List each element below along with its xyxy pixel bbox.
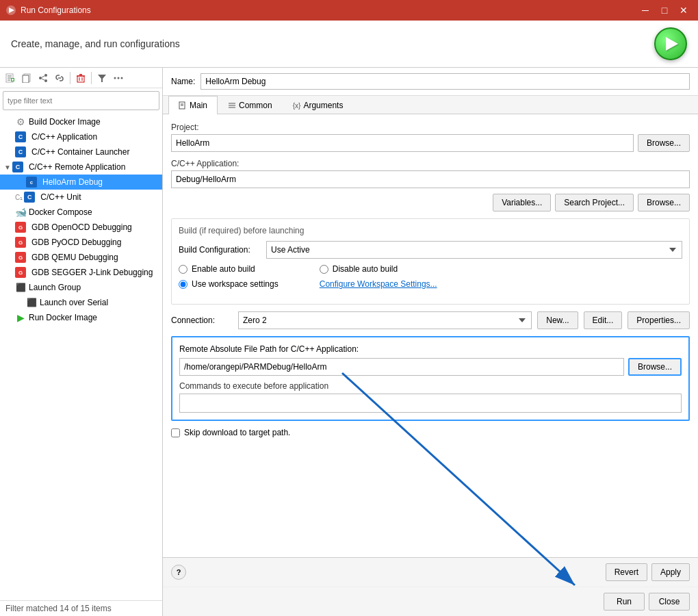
remote-path-input[interactable]	[179, 358, 624, 376]
build-config-select[interactable]: Use Active	[266, 241, 682, 259]
browse-cpp-button[interactable]: Browse...	[638, 194, 690, 211]
tab-main[interactable]: Main	[168, 96, 218, 114]
maximize-button[interactable]: □	[656, 3, 673, 18]
filter-button[interactable]	[94, 70, 109, 86]
svg-point-12	[39, 77, 42, 79]
project-row: Project: Browse...	[171, 123, 690, 152]
commands-label: Commands to execute before application	[179, 381, 682, 391]
link-button[interactable]	[52, 70, 67, 86]
close-window-button[interactable]: ✕	[675, 3, 693, 18]
help-button[interactable]: ?	[171, 565, 186, 580]
menu-button[interactable]	[111, 70, 126, 86]
tree-item-gdb-openocd[interactable]: G GDB OpenOCD Debugging	[0, 220, 162, 235]
tree-item-helloarm-debug[interactable]: c HelloArm Debug	[0, 175, 162, 190]
duplicate-button[interactable]	[19, 70, 34, 86]
gdb-icon-pyocd: G	[15, 237, 26, 248]
window-header: Create, manage, and run configurations	[0, 21, 698, 68]
run-triangle-icon	[666, 37, 678, 51]
arguments-tab-icon: {x}	[293, 102, 301, 110]
gdb-icon-qemu: G	[15, 252, 26, 263]
run-button[interactable]: Run	[604, 593, 645, 611]
connection-select[interactable]: Zero 2	[238, 311, 532, 329]
remote-path-row: Browse...	[179, 358, 682, 376]
search-project-button[interactable]: Search Project...	[555, 194, 634, 211]
tree-item-cpp-unit[interactable]: C₁ C C/C++ Unit	[0, 190, 162, 205]
tree-item-cpp-app[interactable]: C C/C++ Application	[0, 129, 162, 144]
sidebar-footer: Filter matched 14 of 15 items	[0, 600, 162, 616]
workspace-settings-radio[interactable]	[179, 280, 188, 289]
workspace-settings-label: Use workspace settings	[192, 279, 279, 289]
close-button[interactable]: Close	[649, 593, 690, 611]
name-input[interactable]	[201, 73, 690, 90]
run-config-button[interactable]	[654, 27, 687, 60]
project-input[interactable]	[171, 134, 634, 152]
new-config-button[interactable]	[3, 70, 18, 86]
skip-download-row: Skip download to target path.	[171, 428, 690, 437]
remote-section: Remote Absolute File Path for C/C++ Appl…	[171, 336, 690, 421]
new-connection-button[interactable]: New...	[537, 311, 578, 329]
c-icon-cpp-container: C	[15, 146, 26, 157]
browse-project-button[interactable]: Browse...	[638, 134, 690, 152]
tree-item-cpp-container[interactable]: C C/C++ Container Launcher	[0, 144, 162, 159]
configure-workspace-link[interactable]: Configure Workspace Settings...	[320, 279, 437, 289]
build-section: Build (if required) before launching Bui…	[171, 218, 690, 305]
bottom-bar: ? Revert Apply	[163, 557, 698, 587]
edit-connection-button[interactable]: Edit...	[584, 311, 623, 329]
enable-auto-build-radio[interactable]	[179, 265, 188, 274]
minimize-button[interactable]: ─	[636, 3, 654, 18]
delete-button[interactable]	[73, 70, 88, 86]
sidebar: ⚙ Build Docker Image C C/C++ Application…	[0, 68, 163, 616]
disable-auto-build-radio[interactable]	[320, 265, 328, 274]
cpp-app-label: C/C++ Application:	[171, 159, 690, 168]
name-label: Name:	[171, 77, 195, 86]
share-button[interactable]	[36, 70, 51, 86]
sidebar-tree: ⚙ Build Docker Image C C/C++ Application…	[0, 113, 162, 600]
project-label: Project:	[171, 123, 690, 132]
window-subtitle: Create, manage, and run configurations	[11, 38, 180, 49]
subscript-icon: C₁	[15, 194, 23, 201]
tab-arguments[interactable]: {x} Arguments	[283, 96, 354, 114]
title-bar: Run Configurations ─ □ ✕	[0, 0, 698, 21]
properties-button[interactable]: Properties...	[628, 311, 690, 329]
search-input[interactable]	[8, 97, 155, 105]
radio-group: Enable auto build Use workspace settings	[179, 264, 682, 292]
form-area: Project: Browse... C/C++ Application: Va…	[163, 114, 698, 557]
apply-button[interactable]: Apply	[651, 563, 690, 581]
revert-button[interactable]: Revert	[606, 563, 647, 581]
tab-common[interactable]: Common	[218, 96, 283, 114]
skip-download-checkbox[interactable]	[171, 428, 180, 437]
content-area: ⚙ Build Docker Image C C/C++ Application…	[0, 68, 698, 616]
tree-item-cpp-remote[interactable]: ▼ C C/C++ Remote Application	[0, 159, 162, 175]
launch-serial-icon: ⬛	[26, 297, 37, 308]
gdb-icon-openocd: G	[15, 222, 26, 233]
cpp-app-buttons: Variables... Search Project... Browse...	[171, 194, 690, 211]
title-bar-controls: ─ □ ✕	[636, 3, 693, 18]
build-config-label: Build Configuration:	[179, 245, 261, 255]
search-box[interactable]	[3, 91, 159, 110]
tree-item-gdb-pyocd[interactable]: G GDB PyOCD Debugging	[0, 235, 162, 250]
svg-line-14	[42, 76, 44, 77]
docker-icon: 🐋	[15, 207, 26, 218]
tree-item-launch-group[interactable]: ⬛ Launch Group	[0, 280, 162, 295]
name-row: Name:	[163, 68, 698, 96]
tree-item-run-docker[interactable]: ▶ Run Docker Image	[0, 310, 162, 325]
tree-item-gdb-qemu[interactable]: G GDB QEMU Debugging	[0, 250, 162, 265]
variables-button[interactable]: Variables...	[493, 194, 551, 211]
gdb-icon-segger: G	[15, 267, 26, 278]
svg-point-11	[44, 74, 47, 77]
svg-rect-10	[23, 75, 29, 83]
tree-item-build-docker[interactable]: ⚙ Build Docker Image	[0, 114, 162, 129]
workspace-settings-row: Use workspace settings	[179, 279, 279, 289]
browse-remote-button[interactable]: Browse...	[628, 358, 682, 376]
enable-auto-build-label: Enable auto build	[192, 264, 255, 274]
disable-auto-build-row: Disable auto build	[320, 264, 437, 274]
tree-item-gdb-segger[interactable]: G GDB SEGGER J-Link Debugging	[0, 265, 162, 280]
svg-point-13	[44, 79, 47, 82]
cpp-app-input[interactable]	[171, 170, 690, 188]
svg-point-25	[121, 77, 123, 79]
commands-input[interactable]	[179, 394, 682, 413]
tree-item-launch-serial[interactable]: ⬛ Launch over Serial	[0, 295, 162, 310]
expand-icon[interactable]: ▼	[4, 164, 11, 171]
tree-item-docker-compose[interactable]: 🐋 Docker Compose	[0, 205, 162, 220]
build-config-row: Build Configuration: Use Active	[179, 241, 682, 259]
